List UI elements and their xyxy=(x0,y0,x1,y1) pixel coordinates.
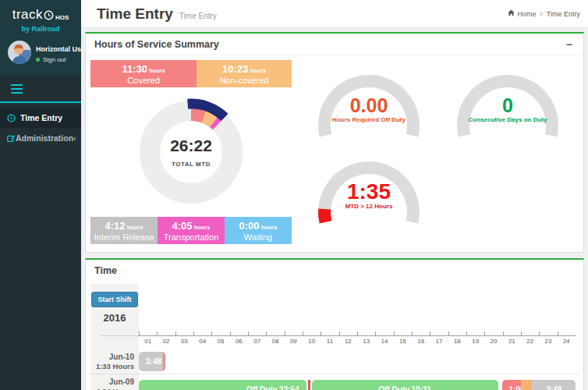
axis-tick xyxy=(321,332,321,336)
timeline-row-jun-09: Jun-094:04 HoursOff Duty 23:54Off Duty 1… xyxy=(90,374,579,390)
gauge-value: 1:35 xyxy=(299,183,438,201)
badge-label: Non-covered xyxy=(197,76,292,85)
axis-tick-label: 13 xyxy=(360,338,373,345)
axis-tick-label: 11 xyxy=(324,338,336,345)
badge-unit: hours xyxy=(126,224,143,231)
sidebar-divider xyxy=(0,101,81,103)
sign-out-link[interactable]: Sign out xyxy=(36,56,78,63)
top-header: Time Entry Time Entry Home > Time Entry xyxy=(81,0,588,28)
axis-tick-label: 12 xyxy=(342,338,354,345)
axis-tick-label: 07 xyxy=(251,338,264,345)
axis-tick-label: 21 xyxy=(505,338,518,345)
app-logo[interactable]: track HOS xyxy=(3,6,78,23)
breadcrumb-current: Time Entry xyxy=(547,10,580,18)
bottom-badges-row: 4:12 hoursInterim Release4:05 hoursTrans… xyxy=(90,217,292,244)
axis-tick-label: 23 xyxy=(542,338,554,345)
sidebar-item-label: Administration xyxy=(16,133,73,143)
axis-tick-label: 24 xyxy=(560,338,572,345)
logo-tagline: by Railroad xyxy=(3,25,78,33)
axis-tick xyxy=(375,332,376,336)
axis-tick-label: 08 xyxy=(269,338,282,345)
timeline-bar-separator[interactable] xyxy=(521,380,532,390)
badge-unit: hours xyxy=(193,224,211,231)
axis-tick xyxy=(230,332,231,336)
gauge-value: 0.00 xyxy=(299,96,438,115)
gauge-label: MTD > 12 Hours xyxy=(299,203,438,210)
axis-tick xyxy=(503,332,504,336)
axis-tick xyxy=(466,332,467,336)
breadcrumb-home[interactable]: Home xyxy=(518,10,537,18)
time-panel: Time Start Shift 2016 010203040506070809… xyxy=(85,258,584,390)
timeline-bar-off-duty-10-31[interactable]: Off Duty 10:31 xyxy=(312,380,498,390)
axis-tick xyxy=(248,332,249,336)
axis-tick-label: 14 xyxy=(378,338,391,345)
user-avatar[interactable] xyxy=(8,41,31,67)
page-subtitle: Time Entry xyxy=(179,12,217,20)
axis-tick xyxy=(484,332,485,336)
row-date: Jun-10 xyxy=(90,353,134,362)
axis-tick xyxy=(430,332,430,336)
axis-tick xyxy=(357,332,358,336)
donut-total-value: 26:22 xyxy=(170,136,212,155)
axis-tick-label: 02 xyxy=(160,338,172,345)
timeline-axis: 0102030405060708091011121314151617181920… xyxy=(90,329,579,349)
gauge-mtd-over-12-hours: 1:35 MTD > 12 Hours xyxy=(299,150,438,232)
sidebar: track HOS by Railroad Horizontal Us... S… xyxy=(0,0,81,390)
sidebar-menu: Time Entry Administration ‹ xyxy=(0,108,81,148)
edit-icon xyxy=(7,134,16,143)
axis-tick xyxy=(412,332,413,336)
axis-tick-label: 19 xyxy=(469,338,482,345)
sidebar-item-administration[interactable]: Administration ‹ xyxy=(0,128,81,148)
axis-tick-label: 03 xyxy=(178,338,190,345)
content-area: Hours of Service Summary − 11:30 hoursCo… xyxy=(81,29,588,390)
axis-tick xyxy=(303,332,303,336)
sidebar-header: track HOS by Railroad Horizontal Us... S… xyxy=(0,0,81,75)
axis-tick xyxy=(394,332,395,336)
axis-tick xyxy=(193,332,194,336)
online-status-icon xyxy=(36,58,40,62)
timeline-bar-off-duty-23-54[interactable]: Off Duty 23:54 xyxy=(139,380,306,390)
gauge-value: 0 xyxy=(438,96,577,115)
stat-badge-waiting: 0:00 hoursWaiting xyxy=(225,217,292,244)
menu-toggle-icon[interactable] xyxy=(11,84,23,94)
chevron-left-icon: ‹ xyxy=(73,133,76,143)
axis-tick xyxy=(339,332,340,336)
clock-icon xyxy=(7,114,20,122)
hos-summary-panel: Hours of Service Summary − 11:30 hoursCo… xyxy=(85,32,584,253)
axis-tick-label: 10 xyxy=(306,338,318,345)
timeline-bar-3-48[interactable]: 3:48 xyxy=(139,352,165,371)
axis-tick xyxy=(558,332,558,336)
breadcrumb-separator: > xyxy=(540,10,544,18)
total-mtd-donut-chart: 26:22 TOTAL MTD xyxy=(90,87,292,217)
badge-unit: hours xyxy=(260,224,278,231)
axis-tick-label: 18 xyxy=(451,338,463,345)
timeline-bar-3-48[interactable]: 3:48 xyxy=(532,380,576,390)
axis-tick-label: 01 xyxy=(142,338,154,345)
axis-tick-label: 15 xyxy=(396,338,409,345)
badge-value: 11:30 xyxy=(122,63,147,75)
axis-tick-label: 09 xyxy=(287,338,299,345)
sign-out-label: Sign out xyxy=(43,56,66,63)
gauge-label: Hours Required Off Duty xyxy=(299,116,438,123)
gauge-label: Consecutive Days on Duty xyxy=(438,116,577,123)
badge-unit: hours xyxy=(147,67,165,74)
home-icon xyxy=(508,9,515,18)
axis-tick xyxy=(139,332,140,336)
sidebar-item-label: Time Entry xyxy=(20,113,62,122)
collapse-button[interactable]: − xyxy=(564,41,575,48)
row-duration: 1:33 Hours xyxy=(90,362,134,371)
hos-panel-title: Hours of Service Summary xyxy=(94,39,219,50)
stat-badge-non-covered: 10:23 hoursNon-covered xyxy=(197,60,292,87)
timeline-bar-1-05[interactable]: 1:05 xyxy=(502,380,522,390)
start-shift-button[interactable]: Start Shift xyxy=(91,292,137,307)
timeline-bar-separator[interactable] xyxy=(308,380,310,390)
stat-badge-transportation: 4:05 hoursTransportation xyxy=(158,217,225,244)
axis-tick xyxy=(175,332,176,336)
badge-label: Transportation xyxy=(158,232,225,242)
badge-label: Covered xyxy=(90,76,197,85)
row-date: Jun-09 xyxy=(90,378,134,387)
timeline-year: 2016 xyxy=(90,312,139,324)
time-panel-title: Time xyxy=(94,265,117,276)
stat-badge-interim-release: 4:12 hoursInterim Release xyxy=(90,217,158,244)
sidebar-item-time-entry[interactable]: Time Entry xyxy=(0,108,81,128)
